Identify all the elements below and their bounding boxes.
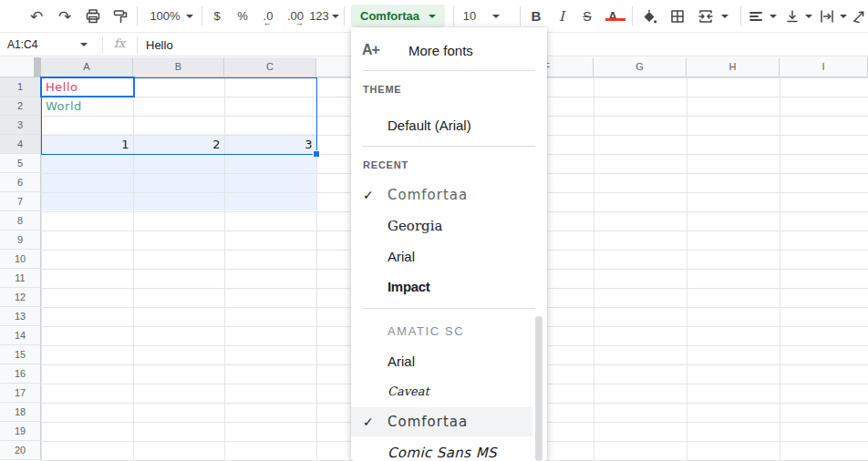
chevron-down-icon (770, 15, 777, 18)
redo-icon: ↷ (58, 7, 71, 26)
text-wrap-button[interactable] (815, 0, 839, 32)
borders-button[interactable] (664, 0, 691, 32)
gridline-vertical (41, 57, 42, 461)
name-box[interactable]: A1:C4 (7, 33, 37, 56)
menu-item-label: More fonts (408, 43, 473, 58)
vertical-align-button[interactable] (780, 0, 804, 32)
horizontal-align-icon (748, 8, 764, 25)
horizontal-align-dropdown[interactable] (768, 0, 779, 32)
zoom-dropdown[interactable] (184, 0, 195, 32)
column-header-a[interactable]: A (41, 57, 133, 77)
font-size-value: 10 (463, 9, 476, 23)
gridline-vertical (594, 57, 594, 461)
row-header-9[interactable]: 9 (0, 230, 41, 250)
menu-item-amatic-sc[interactable]: Amatic SC (351, 321, 532, 341)
menu-item-arial-recent[interactable]: Arial (351, 245, 532, 267)
fill-handle[interactable] (313, 150, 320, 158)
gridline-vertical (687, 57, 687, 461)
horizontal-align-button[interactable] (744, 0, 768, 32)
paint-format-button[interactable] (108, 0, 133, 32)
column-header-i[interactable]: I (780, 57, 868, 77)
print-button[interactable] (80, 0, 106, 32)
zoom-control[interactable]: 100% (144, 0, 186, 32)
row-header-14[interactable]: 14 (0, 326, 41, 345)
fill-color-icon (641, 8, 657, 25)
row-header-2[interactable]: 2 (0, 97, 41, 116)
row-header-19[interactable]: 19 (0, 422, 41, 441)
gridline-vertical (133, 57, 134, 461)
menu-item-label: Arial (388, 249, 415, 264)
strikethrough-button[interactable]: S (574, 0, 600, 32)
cell-b4[interactable]: 2 (134, 135, 224, 154)
chevron-down-icon (721, 15, 728, 18)
fill-color-button[interactable] (636, 0, 663, 32)
italic-button[interactable]: I (549, 0, 574, 32)
column-header-b[interactable]: B (133, 57, 224, 77)
menu-item-impact[interactable]: Impact (351, 275, 532, 297)
menu-item-more-fonts[interactable]: A+ More fonts (351, 36, 532, 64)
menu-item-caveat[interactable]: Caveat (351, 381, 532, 401)
cell-a2[interactable]: World (42, 97, 133, 116)
increase-decimal-button[interactable]: .00→ (282, 0, 309, 32)
menu-item-default-arial[interactable]: Default (Arial) (351, 114, 532, 136)
menu-item-comfortaa-selected[interactable]: ✓ Comfortaa (351, 407, 532, 436)
gridline-vertical (224, 57, 225, 461)
menu-item-arial[interactable]: Arial (351, 351, 532, 371)
merge-cells-dropdown[interactable] (719, 0, 730, 32)
chevron-down-icon (429, 15, 436, 18)
name-box-value: A1:C4 (7, 38, 37, 51)
menu-item-label: Caveat (388, 384, 429, 398)
row-header-8[interactable]: 8 (0, 211, 41, 230)
cell-a1[interactable]: Hello (42, 77, 133, 97)
row-header-1[interactable]: 1 (0, 77, 41, 97)
row-header-16[interactable]: 16 (0, 364, 41, 384)
more-formats-button[interactable]: 123 (306, 0, 332, 32)
row-header-6[interactable]: 6 (0, 173, 41, 192)
menu-item-comic-sans[interactable]: Comic Sans MS (351, 442, 532, 461)
menu-item-comfortaa-recent[interactable]: ✓ Comfortaa (351, 184, 532, 206)
row-header-4[interactable]: 4 (0, 135, 41, 154)
decrease-decimal-button[interactable]: .0← (256, 0, 280, 32)
menu-item-georgia[interactable]: Georgia (351, 215, 532, 237)
format-currency-button[interactable]: $ (206, 0, 228, 32)
text-color-button[interactable]: A (600, 0, 625, 32)
cell-c4[interactable]: 3 (225, 135, 316, 154)
row-header-13[interactable]: 13 (0, 307, 41, 326)
row-header-7[interactable]: 7 (0, 192, 41, 211)
paint-format-icon (112, 8, 129, 25)
row-header-3[interactable]: 3 (0, 116, 41, 135)
row-header-11[interactable]: 11 (0, 269, 41, 288)
text-wrap-dropdown[interactable] (838, 0, 849, 32)
currency-icon: $ (213, 9, 220, 23)
font-family-selector[interactable]: Comfortaa (351, 5, 445, 27)
chevron-down-icon[interactable] (80, 43, 88, 46)
section-label-theme: THEME (363, 84, 402, 95)
row-header-18[interactable]: 18 (0, 403, 41, 422)
column-header-h[interactable]: H (687, 57, 780, 77)
row-header-17[interactable]: 17 (0, 384, 41, 403)
number-format-icon: 123 (309, 9, 329, 23)
merge-cells-button[interactable] (692, 0, 719, 32)
redo-button[interactable]: ↷ (52, 0, 78, 32)
menu-divider (363, 308, 535, 309)
toolbar-divider (520, 6, 521, 26)
text-rotation-button[interactable] (849, 0, 868, 32)
row-header-10[interactable]: 10 (0, 250, 41, 269)
row-header-12[interactable]: 12 (0, 288, 41, 307)
format-percent-button[interactable]: % (232, 0, 253, 32)
undo-button[interactable]: ↶ (24, 0, 49, 32)
formula-input[interactable]: Hello (146, 38, 173, 52)
text-color-icon: A (608, 9, 617, 24)
row-header-15[interactable]: 15 (0, 345, 41, 364)
column-header-g[interactable]: G (594, 57, 687, 77)
menu-scrollbar-thumb[interactable] (535, 316, 542, 461)
cell-a4[interactable]: 1 (42, 135, 133, 154)
increase-decimal-icon: .00→ (287, 9, 304, 23)
fx-icon: fx (114, 36, 125, 50)
menu-divider (363, 146, 535, 147)
row-header-5[interactable]: 5 (0, 154, 41, 173)
more-formats-dropdown[interactable] (330, 0, 341, 32)
row-header-20[interactable]: 20 (0, 441, 41, 460)
column-header-c[interactable]: C (224, 57, 316, 77)
vertical-align-dropdown[interactable] (803, 0, 814, 32)
